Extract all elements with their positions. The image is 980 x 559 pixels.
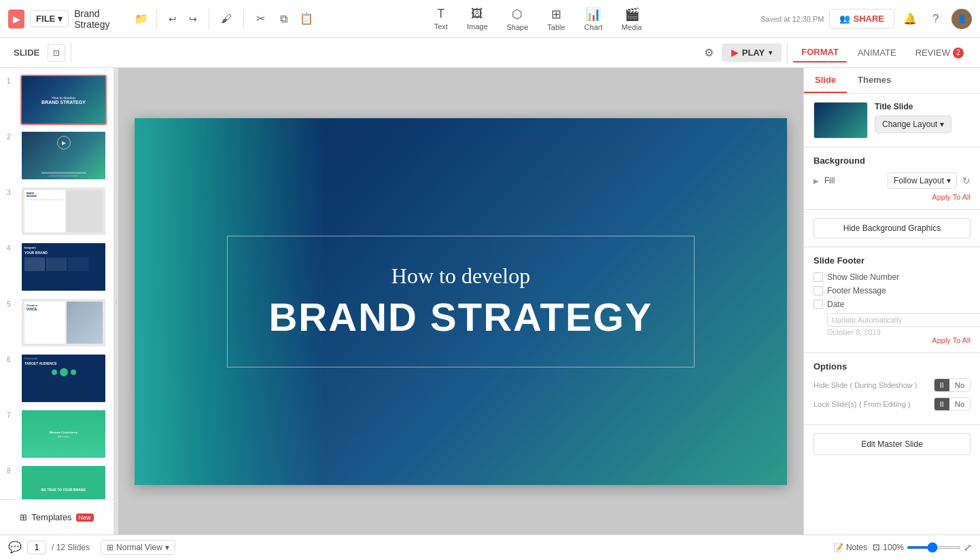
- slide-number-8: 8: [7, 465, 16, 475]
- zoom-area: ⊡ 100% ⤢: [873, 542, 972, 553]
- slide-thumb-3[interactable]: 3 BRAND MESSAGE: [5, 185, 108, 238]
- chart-tool[interactable]: 📊 Chart: [576, 4, 611, 34]
- footer-message-checkbox[interactable]: [813, 286, 823, 295]
- edit-master-slide-button[interactable]: Edit Master Slide: [813, 433, 970, 455]
- table-icon: ⊞: [551, 7, 561, 22]
- tab-format[interactable]: FORMAT: [793, 43, 847, 62]
- media-icon: 🎬: [625, 7, 640, 22]
- slide-preview-5[interactable]: Create a VOICE: [20, 297, 107, 348]
- templates-button[interactable]: ⊞ Templates New: [0, 499, 113, 535]
- fullscreen-icon[interactable]: ⤢: [964, 542, 972, 553]
- slide-text-box[interactable]: How to develop BRAND STRATEGY: [227, 236, 694, 367]
- text-icon: T: [437, 7, 444, 21]
- chart-label: Chart: [584, 23, 603, 31]
- slide-thumb-6[interactable]: 6 Focus on your TARGET AUDIENCE: [5, 352, 108, 405]
- layout-thumbnail: [813, 102, 868, 139]
- redo-button[interactable]: ↪: [186, 10, 200, 28]
- slide-thumb-7[interactable]: 7 Maintain Consistency Add Emotion: [5, 408, 108, 461]
- help-button[interactable]: ?: [926, 9, 946, 29]
- media-tool[interactable]: 🎬 Media: [614, 4, 650, 34]
- file-menu-button[interactable]: FILE ▾: [30, 10, 69, 27]
- notes-button[interactable]: 📝 Notes: [833, 543, 867, 552]
- divider: [71, 43, 71, 63]
- slide-fit-button[interactable]: ⊡: [48, 44, 65, 62]
- slide-preview-6[interactable]: Focus on your TARGET AUDIENCE: [20, 353, 107, 403]
- slide-preview-2[interactable]: ▶: [20, 130, 107, 181]
- play-button[interactable]: ▶ PLAY ▾: [722, 43, 782, 62]
- insert-toolbar: T Text 🖼 Image ⬡ Shape ⊞ Table 📊 Chart 🎬…: [321, 4, 755, 34]
- slide-preview-1[interactable]: How to develop BRAND STRATEGY: [20, 75, 107, 125]
- layout-section: Title Slide Change Layout ▾: [804, 94, 980, 147]
- divider: [209, 9, 209, 29]
- templates-icon: ⊞: [20, 512, 27, 522]
- slide-preview-7[interactable]: Maintain Consistency Add Emotion: [20, 409, 107, 459]
- slide-thumb-1[interactable]: 1 How to develop BRAND STRATEGY: [5, 73, 108, 126]
- top-bar-left: ▶ FILE ▾ Brand Strategy 📁 ↩ ↪ 🖌 ✂ ⧉ 📋: [8, 8, 315, 30]
- user-avatar[interactable]: 👤: [951, 9, 972, 29]
- slide-canvas[interactable]: How to develop BRAND STRATEGY: [135, 118, 787, 485]
- date-auto-input[interactable]: Update Automatically: [827, 313, 980, 327]
- hide-slide-toggle-ii[interactable]: II: [934, 379, 949, 391]
- slide-preview-4[interactable]: Integrate YOUR BRAND: [20, 242, 107, 292]
- text-tool[interactable]: T Text: [426, 4, 456, 33]
- sync-icon[interactable]: ↻: [962, 175, 970, 186]
- cut-button[interactable]: ✂: [252, 9, 270, 29]
- image-tool[interactable]: 🖼 Image: [459, 4, 496, 33]
- paste-button[interactable]: 📋: [298, 9, 315, 29]
- slide-number-1: 1: [7, 75, 16, 85]
- shape-tool[interactable]: ⬡ Shape: [499, 4, 537, 34]
- play-triangle-icon: ▶: [731, 48, 738, 58]
- tab-slide[interactable]: Slide: [804, 68, 847, 93]
- shape-label: Shape: [507, 23, 529, 31]
- comments-icon[interactable]: 💬: [8, 541, 22, 554]
- bottom-right: 📝 Notes ⊡ 100% ⤢: [833, 542, 972, 553]
- canvas-area: How to develop BRAND STRATEGY: [118, 68, 803, 535]
- change-layout-chevron-icon: ▾: [940, 120, 944, 129]
- divider: [243, 9, 244, 29]
- date-checkbox[interactable]: [813, 300, 823, 309]
- table-tool[interactable]: ⊞ Table: [539, 4, 573, 34]
- change-layout-button[interactable]: Change Layout ▾: [875, 115, 951, 133]
- page-number-input[interactable]: [27, 541, 46, 554]
- format-paint-button[interactable]: 🖌: [217, 9, 235, 29]
- slide-preview-3[interactable]: BRAND MESSAGE: [20, 186, 107, 236]
- image-icon: 🖼: [471, 7, 483, 21]
- slide-thumb-4[interactable]: 4 Integrate YOUR BRAND: [5, 240, 108, 293]
- slide-preview-8[interactable]: BE TRUE TO YOUR BRAND: [20, 465, 107, 499]
- slide-themes-tabs: Slide Themes: [804, 68, 980, 94]
- tab-themes[interactable]: Themes: [847, 68, 902, 93]
- footer-apply-to-all-link[interactable]: Apply To All: [813, 336, 970, 344]
- notifications-button[interactable]: 🔔: [900, 9, 920, 29]
- fill-label: Fill: [824, 176, 882, 185]
- lock-slide-row: Lock Slide(s) ( From Editing ) II No: [813, 397, 970, 411]
- table-label: Table: [547, 23, 565, 31]
- apply-to-all-link[interactable]: Apply To All: [813, 193, 970, 201]
- settings-button[interactable]: ⚙: [699, 43, 719, 63]
- fill-dropdown[interactable]: Follow Layout ▾: [888, 173, 957, 189]
- zoom-slider[interactable]: [907, 546, 961, 549]
- slide-thumb-5[interactable]: 5 Create a VOICE: [5, 296, 108, 349]
- show-slide-number-checkbox[interactable]: [813, 272, 823, 282]
- layout-thumb-inner: [814, 103, 867, 138]
- tab-animate[interactable]: ANIMATE: [850, 43, 905, 62]
- tab-review[interactable]: REVIEW 2: [907, 43, 972, 62]
- layout-name: Title Slide: [875, 102, 970, 111]
- fill-row: ▶ Fill Follow Layout ▾ ↻: [813, 173, 970, 189]
- doc-folder-icon: 📁: [135, 12, 148, 25]
- review-badge: 2: [953, 48, 964, 58]
- hide-slide-toggle-no[interactable]: No: [949, 379, 970, 391]
- lock-slide-toggle-no[interactable]: No: [949, 398, 970, 410]
- text-label: Text: [434, 22, 448, 31]
- share-button[interactable]: 👥 SHARE: [829, 9, 894, 29]
- hide-bg-section: Hide Background Graphics: [804, 210, 980, 247]
- copy-button[interactable]: ⧉: [275, 9, 293, 29]
- undo-button[interactable]: ↩: [165, 10, 180, 28]
- share-people-icon: 👥: [839, 14, 850, 24]
- hide-background-graphics-button[interactable]: Hide Background Graphics: [813, 218, 970, 238]
- view-selector[interactable]: ⊞ Normal View ▾: [101, 540, 175, 555]
- logo-button[interactable]: ▶: [8, 10, 24, 29]
- lock-slide-toggle-ii[interactable]: II: [934, 398, 949, 410]
- slide-thumb-2[interactable]: 2 ▶: [5, 129, 108, 182]
- second-toolbar: SLIDE ⊡ ⚙ ▶ PLAY ▾ FORMAT ANIMATE REVIEW…: [0, 38, 980, 68]
- slide-thumb-8[interactable]: 8 BE TRUE TO YOUR BRAND: [5, 463, 108, 499]
